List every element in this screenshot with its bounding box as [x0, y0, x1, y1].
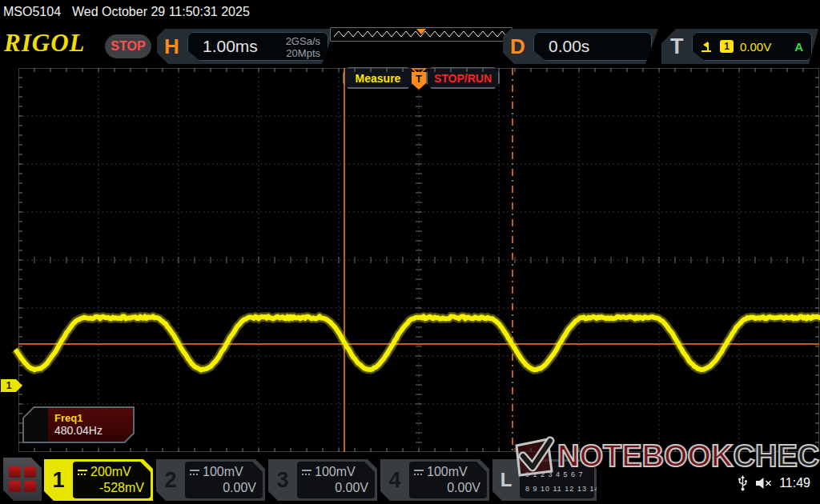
channel-2-number: 2	[156, 459, 185, 501]
channel-4-button[interactable]: 4 100mV 0.00V	[380, 459, 489, 501]
speaker-muted-icon	[755, 477, 772, 490]
acquisition-info: 2GSa/s 20Mpts	[286, 35, 320, 59]
channel-2-offset: 0.00V	[223, 481, 256, 495]
waveform-graticule: T1	[18, 68, 819, 452]
channel-2-button[interactable]: 2 100mV 0.00V	[156, 459, 265, 501]
dc-coupling-icon	[77, 469, 88, 477]
measurement-name: Freq1	[54, 412, 82, 424]
datetime-label: Wed October 29 11:50:31 2025	[72, 5, 250, 19]
grid-menu-button[interactable]	[3, 458, 42, 501]
timebase-value: 1.00ms	[203, 37, 258, 56]
rigol-logo: RIGOL	[4, 29, 85, 58]
grid-menu-icon	[9, 466, 36, 492]
channel-2-info: 100mV 0.00V	[185, 462, 263, 498]
channel-1-button[interactable]: 1 200mV -528mV	[44, 459, 153, 501]
channel-2-scale: 100mV	[203, 465, 243, 479]
position-bar-graphic	[331, 28, 512, 41]
channel-3-button[interactable]: 3 100mV 0.00V	[268, 459, 377, 501]
trigger-source-badge: 1	[720, 40, 734, 53]
channel-1-offset: -528mV	[99, 481, 144, 495]
channel-4-info: 100mV 0.00V	[409, 462, 487, 498]
dc-coupling-icon	[189, 469, 200, 477]
channel-3-info: 100mV 0.00V	[297, 462, 375, 498]
delay-block[interactable]: D 0.00s	[503, 29, 658, 64]
rising-edge-icon	[701, 41, 713, 53]
delay-value: 0.00s	[549, 37, 589, 56]
timebase-box: 1.00ms 2GSa/s 20Mpts	[187, 32, 328, 61]
measurement-value: 480.04Hz	[54, 424, 102, 437]
oscilloscope-screen: MSO5104 Wed October 29 11:50:31 2025 RIG…	[0, 0, 820, 504]
channel-3-scale: 100mV	[315, 465, 356, 479]
channel-1-scale: 200mV	[90, 465, 131, 479]
watermark-text-check: CHECK	[734, 439, 820, 474]
delay-label: D	[510, 34, 525, 59]
dc-coupling-icon	[413, 469, 424, 477]
usb-icon	[738, 475, 748, 491]
trigger-label: T	[670, 34, 684, 59]
channel-1-zero-letter: 1	[6, 380, 12, 391]
memory-depth: 20Mpts	[286, 47, 320, 59]
measurement-item-freq1[interactable]: Freq1 480.04Hz	[22, 406, 135, 443]
channel-1-number: 1	[44, 459, 73, 501]
header-bar: RIGOL STOP H 1.00ms 2GSa/s 20Mpts Measur…	[0, 24, 820, 68]
delay-box: 0.00s	[533, 32, 652, 61]
measurement-icon-strip	[24, 408, 48, 442]
ch1-trace-glow	[15, 316, 820, 370]
horizontal-label: H	[164, 34, 179, 59]
trigger-position-letter: T	[416, 73, 422, 85]
channel-4-offset: 0.00V	[447, 481, 480, 495]
channel-1-info: 200mV -528mV	[73, 462, 151, 498]
logic-row-2: 8 9 10 11 12 13 14 15	[525, 482, 594, 496]
trigger-block[interactable]: T 1 0.00V A	[661, 29, 818, 64]
model-label: MSO5104	[3, 5, 61, 19]
notebookcheck-watermark: NOTEBOOK CHECK	[512, 435, 820, 477]
channel-3-number: 3	[268, 459, 297, 501]
run-state-badge: STOP	[105, 34, 151, 58]
checkmark-logo-icon	[512, 435, 556, 477]
channel-4-scale: 100mV	[427, 465, 468, 479]
trigger-level-value: 0.00V	[740, 40, 771, 54]
trigger-box: 1 0.00V A	[692, 32, 812, 61]
channel-4-number: 4	[380, 459, 409, 501]
dc-coupling-icon	[301, 469, 312, 477]
system-tray: 11:49	[738, 475, 810, 491]
trigger-mode: A	[794, 40, 803, 54]
sample-rate: 2GSa/s	[286, 35, 320, 47]
measurement-panel: Freq1 480.04Hz	[24, 408, 133, 442]
clock: 11:49	[779, 476, 810, 490]
waveform-display[interactable]: T1	[18, 68, 819, 452]
waveform-position-bar[interactable]	[330, 27, 512, 42]
channel-3-offset: 0.00V	[335, 481, 368, 495]
horizontal-timebase-block[interactable]: H 1.00ms 2GSa/s 20Mpts	[157, 29, 335, 64]
status-bar: MSO5104 Wed October 29 11:50:31 2025	[0, 0, 820, 24]
ch1-trace[interactable]	[15, 316, 820, 370]
watermark-text-notebook: NOTEBOOK	[557, 439, 734, 474]
